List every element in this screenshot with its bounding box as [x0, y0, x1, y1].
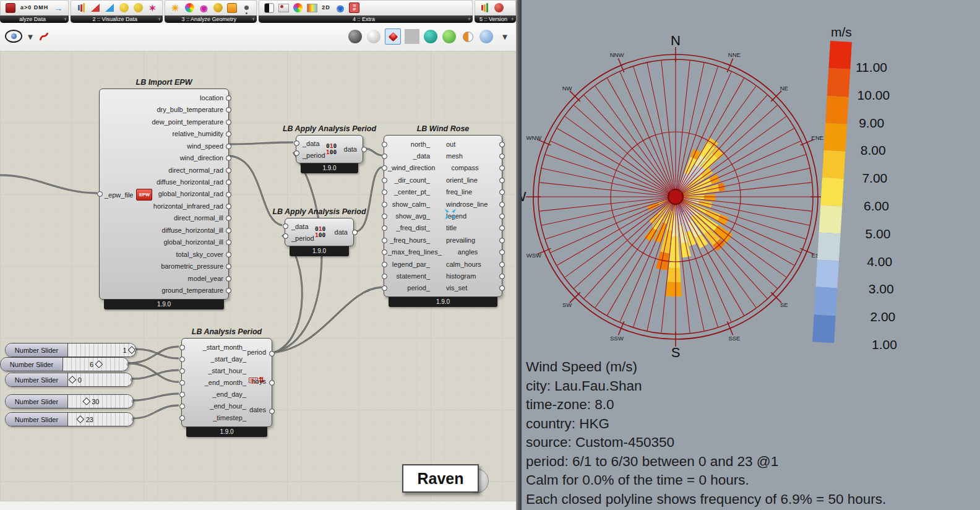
output-port[interactable]: angles	[458, 248, 497, 256]
preview-custom-icon[interactable]	[479, 29, 494, 44]
2d-icon[interactable]: 2D	[320, 2, 332, 14]
number-slider[interactable]: Number Slider0	[5, 373, 132, 387]
input-grip[interactable]	[382, 238, 387, 243]
output-grip[interactable]	[226, 119, 231, 125]
output-port[interactable]: data	[344, 136, 357, 163]
slider-track[interactable]: 6	[63, 358, 128, 371]
slider-knob[interactable]: 1	[123, 344, 135, 357]
paintbrush-icon[interactable]	[38, 31, 49, 42]
output-port[interactable]: horizontal_infrared_rad	[137, 200, 223, 212]
number-slider[interactable]: Number Slider1	[5, 343, 136, 357]
red-ramp-icon[interactable]	[90, 2, 101, 14]
output-port[interactable]: data	[335, 218, 348, 246]
input-grip[interactable]	[382, 202, 387, 207]
number-slider[interactable]: Number Slider30	[5, 394, 134, 408]
output-port[interactable]: relative_humidity	[137, 127, 223, 139]
draw-shaded-icon[interactable]	[348, 29, 363, 44]
input-grip[interactable]	[179, 345, 185, 350]
pink-converge-arrows-icon[interactable]: ✶	[147, 2, 158, 14]
input-grip[interactable]	[382, 225, 387, 231]
output-port[interactable]: title	[446, 224, 497, 231]
output-grip[interactable]	[226, 179, 231, 185]
output-grip[interactable]	[269, 351, 275, 357]
input-port[interactable]: _period	[303, 152, 325, 159]
slider-grip-icon[interactable]	[95, 360, 103, 368]
output-port[interactable]: vis_set	[446, 284, 497, 292]
slider-output-grip[interactable]	[132, 417, 134, 422]
input-port[interactable]: _freq_hours_	[388, 236, 446, 244]
output-grip[interactable]	[499, 262, 505, 267]
output-port[interactable]: global_horizontal_ill	[137, 236, 223, 248]
input-grip[interactable]	[294, 150, 299, 156]
yellow-sphere-icon[interactable]	[132, 2, 144, 14]
output-grip[interactable]	[499, 274, 505, 279]
number-slider[interactable]: Number Slider6	[0, 357, 129, 371]
output-grip[interactable]	[499, 214, 505, 219]
input-grip[interactable]	[294, 140, 299, 146]
color-fan-icon[interactable]	[184, 2, 195, 14]
slider-track[interactable]: 23	[68, 413, 133, 426]
input-grip[interactable]	[179, 380, 185, 386]
output-port[interactable]: model_year	[137, 272, 223, 284]
output-grip[interactable]	[226, 95, 231, 101]
slider-knob[interactable]: 30	[84, 395, 99, 408]
input-port[interactable]: statement_	[388, 272, 446, 280]
output-grip[interactable]	[499, 142, 505, 147]
surveyor-person-icon[interactable]	[241, 2, 252, 14]
component-lb-analysis-period[interactable]: LB Analysis Period _start_month__start_d…	[181, 338, 272, 427]
input-port[interactable]: _start_day_	[186, 353, 246, 365]
input-port[interactable]: _period	[291, 235, 314, 242]
output-port[interactable]: wind_direction	[137, 152, 223, 163]
input-port[interactable]: _dir_count_	[388, 176, 446, 184]
eye-dropdown-caret[interactable]: ▾	[25, 31, 36, 42]
input-port[interactable]: _timestep_	[186, 412, 246, 424]
blue-eye-icon[interactable]: ◉	[335, 2, 346, 14]
input-port[interactable]: _start_hour_	[186, 365, 246, 376]
input-port[interactable]: _start_month_	[186, 341, 246, 353]
output-port[interactable]: period	[247, 348, 266, 356]
input-port[interactable]: _wind_direction	[388, 164, 451, 171]
input-grip[interactable]	[179, 368, 185, 374]
slider-track[interactable]: 30	[68, 395, 133, 408]
component-lb-apply-analysis-period-1[interactable]: LB Apply Analysis Period _data _period 0…	[296, 135, 363, 163]
output-port[interactable]: freq_line	[446, 188, 497, 196]
blue-curve-arrow-icon[interactable]: →	[53, 2, 64, 14]
input-grip[interactable]	[382, 178, 387, 183]
output-port[interactable]: windrose_line	[446, 201, 497, 208]
output-grip[interactable]	[269, 380, 275, 386]
raven-panel[interactable]: Raven	[402, 464, 479, 493]
input-port[interactable]: north_	[388, 140, 446, 148]
output-port[interactable]: out	[446, 140, 497, 148]
red-globe-icon[interactable]	[494, 2, 505, 14]
input-port[interactable]: _freq_dist_	[388, 224, 446, 231]
output-port[interactable]: hoys	[252, 378, 266, 385]
crayons-icon[interactable]	[479, 2, 491, 14]
clipped-red-icon[interactable]	[5, 2, 16, 14]
yellow-dome-icon[interactable]	[118, 2, 129, 14]
wire[interactable]	[230, 156, 282, 225]
output-grip[interactable]	[499, 202, 505, 207]
output-port[interactable]: diffuse_horizontal_ill	[137, 224, 223, 236]
slider-output-grip[interactable]	[134, 347, 136, 353]
input-grip[interactable]	[382, 262, 387, 267]
output-grip[interactable]	[499, 238, 505, 243]
toolbar-group-label[interactable]: alyze Data+	[0, 15, 69, 23]
output-port[interactable]: location	[137, 92, 223, 103]
output-port[interactable]: ground_temperature	[137, 285, 223, 296]
toolbar-group-label[interactable]: 4 :: Extra+	[259, 15, 473, 23]
output-grip[interactable]	[226, 228, 231, 233]
input-grip[interactable]	[382, 214, 387, 219]
output-grip[interactable]	[226, 168, 231, 173]
component-lb-apply-analysis-period-2[interactable]: LB Apply Analysis Period _data _period 0…	[285, 218, 354, 246]
slider-grip-icon[interactable]	[69, 376, 77, 384]
output-grip[interactable]	[226, 155, 231, 161]
toolbar-group-label[interactable]: 3 :: Analyze Geometry+	[165, 15, 257, 23]
input-grip[interactable]	[382, 285, 387, 291]
wire[interactable]	[273, 287, 382, 353]
output-grip[interactable]	[226, 204, 231, 209]
chart-icon[interactable]	[75, 2, 87, 14]
group-dropdown-icon[interactable]: +	[64, 16, 67, 22]
output-port[interactable]: total_sky_cover	[137, 248, 223, 260]
orange-arrow-icon[interactable]	[226, 2, 238, 14]
rhino-viewport[interactable]: NNNENEENEEESESESSESSSWSWWSWWWNWNWNNW m/s…	[522, 0, 980, 510]
